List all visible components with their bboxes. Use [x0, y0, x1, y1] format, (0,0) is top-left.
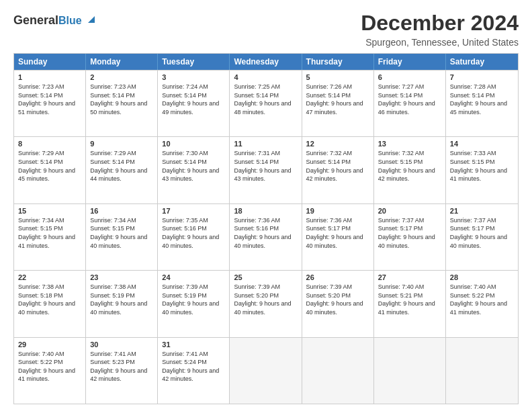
- day-number: 4: [234, 73, 297, 81]
- calendar: SundayMondayTuesdayWednesdayThursdayFrid…: [13, 53, 519, 404]
- main-title: December 2024: [361, 11, 519, 36]
- calendar-header-cell: Friday: [374, 54, 446, 70]
- header: GeneralBlue December 2024 Spurgeon, Tenn…: [13, 11, 519, 48]
- calendar-cell: 5Sunrise: 7:26 AMSunset: 5:14 PMDaylight…: [302, 71, 374, 136]
- calendar-cell: 8Sunrise: 7:29 AMSunset: 5:14 PMDaylight…: [14, 137, 86, 203]
- day-info: Sunrise: 7:41 AMSunset: 5:24 PMDaylight:…: [162, 350, 225, 383]
- day-info: Sunrise: 7:33 AMSunset: 5:15 PMDaylight:…: [450, 149, 514, 183]
- calendar-header-cell: Sunday: [14, 54, 86, 70]
- calendar-cell: [230, 338, 302, 404]
- calendar-cell: 21Sunrise: 7:37 AMSunset: 5:17 PMDayligh…: [446, 204, 518, 270]
- calendar-cell: [446, 338, 518, 404]
- day-number: 10: [162, 140, 225, 148]
- calendar-cell: 3Sunrise: 7:24 AMSunset: 5:14 PMDaylight…: [158, 71, 230, 136]
- day-info: Sunrise: 7:34 AMSunset: 5:15 PMDaylight:…: [18, 216, 81, 250]
- calendar-cell: 6Sunrise: 7:27 AMSunset: 5:14 PMDaylight…: [374, 71, 446, 136]
- calendar-cell: 17Sunrise: 7:35 AMSunset: 5:16 PMDayligh…: [158, 204, 230, 270]
- calendar-cell: 29Sunrise: 7:40 AMSunset: 5:22 PMDayligh…: [14, 338, 86, 404]
- calendar-cell: 14Sunrise: 7:33 AMSunset: 5:15 PMDayligh…: [446, 137, 518, 203]
- day-number: 9: [90, 140, 153, 148]
- day-number: 2: [90, 73, 153, 81]
- calendar-cell: 24Sunrise: 7:39 AMSunset: 5:19 PMDayligh…: [158, 271, 230, 336]
- day-info: Sunrise: 7:23 AMSunset: 5:14 PMDaylight:…: [90, 83, 153, 116]
- day-info: Sunrise: 7:39 AMSunset: 5:19 PMDaylight:…: [162, 283, 225, 316]
- day-number: 29: [18, 340, 81, 349]
- day-info: Sunrise: 7:38 AMSunset: 5:19 PMDaylight:…: [90, 283, 153, 316]
- calendar-cell: 31Sunrise: 7:41 AMSunset: 5:24 PMDayligh…: [158, 338, 230, 404]
- day-number: 8: [18, 140, 81, 148]
- day-number: 27: [378, 273, 441, 281]
- day-number: 19: [306, 207, 369, 215]
- day-info: Sunrise: 7:41 AMSunset: 5:23 PMDaylight:…: [90, 350, 153, 383]
- day-info: Sunrise: 7:26 AMSunset: 5:14 PMDaylight:…: [306, 83, 369, 116]
- calendar-cell: [302, 338, 374, 404]
- calendar-cell: 13Sunrise: 7:32 AMSunset: 5:15 PMDayligh…: [374, 137, 446, 203]
- day-info: Sunrise: 7:31 AMSunset: 5:14 PMDaylight:…: [234, 149, 297, 183]
- calendar-cell: 16Sunrise: 7:34 AMSunset: 5:15 PMDayligh…: [86, 204, 158, 270]
- day-number: 20: [378, 207, 441, 215]
- day-info: Sunrise: 7:37 AMSunset: 5:17 PMDaylight:…: [378, 216, 441, 250]
- logo-blue: Blue: [58, 15, 82, 26]
- calendar-cell: 23Sunrise: 7:38 AMSunset: 5:19 PMDayligh…: [86, 271, 158, 336]
- calendar-cell: 26Sunrise: 7:39 AMSunset: 5:20 PMDayligh…: [302, 271, 374, 336]
- day-info: Sunrise: 7:24 AMSunset: 5:14 PMDaylight:…: [162, 83, 225, 116]
- calendar-cell: 18Sunrise: 7:36 AMSunset: 5:16 PMDayligh…: [230, 204, 302, 270]
- calendar-cell: 4Sunrise: 7:25 AMSunset: 5:14 PMDaylight…: [230, 71, 302, 136]
- day-info: Sunrise: 7:39 AMSunset: 5:20 PMDaylight:…: [234, 283, 297, 316]
- logo-text: GeneralBlue: [13, 13, 96, 28]
- day-number: 26: [306, 273, 369, 281]
- day-number: 15: [18, 207, 81, 215]
- calendar-header-cell: Tuesday: [158, 54, 230, 70]
- calendar-header-cell: Wednesday: [230, 54, 302, 70]
- calendar-header-cell: Thursday: [302, 54, 374, 70]
- day-info: Sunrise: 7:32 AMSunset: 5:14 PMDaylight:…: [306, 149, 369, 183]
- calendar-row: 1Sunrise: 7:23 AMSunset: 5:14 PMDaylight…: [14, 70, 518, 136]
- day-info: Sunrise: 7:34 AMSunset: 5:15 PMDaylight:…: [90, 216, 153, 250]
- calendar-header-cell: Monday: [86, 54, 158, 70]
- logo-triangle-icon: [87, 13, 96, 28]
- day-number: 7: [450, 73, 514, 81]
- calendar-header: SundayMondayTuesdayWednesdayThursdayFrid…: [14, 54, 518, 70]
- calendar-cell: 22Sunrise: 7:38 AMSunset: 5:18 PMDayligh…: [14, 271, 86, 336]
- day-info: Sunrise: 7:23 AMSunset: 5:14 PMDaylight:…: [18, 83, 81, 116]
- day-number: 31: [162, 340, 225, 349]
- day-number: 11: [234, 140, 297, 148]
- day-info: Sunrise: 7:40 AMSunset: 5:22 PMDaylight:…: [450, 283, 514, 316]
- calendar-body: 1Sunrise: 7:23 AMSunset: 5:14 PMDaylight…: [14, 70, 518, 404]
- calendar-cell: 20Sunrise: 7:37 AMSunset: 5:17 PMDayligh…: [374, 204, 446, 270]
- subtitle: Spurgeon, Tennessee, United States: [361, 37, 519, 48]
- svg-marker-0: [88, 16, 95, 23]
- calendar-cell: 2Sunrise: 7:23 AMSunset: 5:14 PMDaylight…: [86, 71, 158, 136]
- day-number: 6: [378, 73, 441, 81]
- calendar-cell: 7Sunrise: 7:28 AMSunset: 5:14 PMDaylight…: [446, 71, 518, 136]
- day-number: 12: [306, 140, 369, 148]
- calendar-cell: 12Sunrise: 7:32 AMSunset: 5:14 PMDayligh…: [302, 137, 374, 203]
- calendar-cell: 25Sunrise: 7:39 AMSunset: 5:20 PMDayligh…: [230, 271, 302, 336]
- day-info: Sunrise: 7:39 AMSunset: 5:20 PMDaylight:…: [306, 283, 369, 316]
- calendar-cell: 27Sunrise: 7:40 AMSunset: 5:21 PMDayligh…: [374, 271, 446, 336]
- day-info: Sunrise: 7:40 AMSunset: 5:21 PMDaylight:…: [378, 283, 441, 316]
- calendar-row: 22Sunrise: 7:38 AMSunset: 5:18 PMDayligh…: [14, 270, 518, 336]
- calendar-cell: 10Sunrise: 7:30 AMSunset: 5:14 PMDayligh…: [158, 137, 230, 203]
- title-block: December 2024 Spurgeon, Tennessee, Unite…: [361, 11, 519, 48]
- day-info: Sunrise: 7:25 AMSunset: 5:14 PMDaylight:…: [234, 83, 297, 116]
- calendar-cell: 15Sunrise: 7:34 AMSunset: 5:15 PMDayligh…: [14, 204, 86, 270]
- calendar-row: 29Sunrise: 7:40 AMSunset: 5:22 PMDayligh…: [14, 337, 518, 404]
- calendar-header-cell: Saturday: [446, 54, 518, 70]
- day-info: Sunrise: 7:29 AMSunset: 5:14 PMDaylight:…: [90, 149, 153, 183]
- calendar-cell: 11Sunrise: 7:31 AMSunset: 5:14 PMDayligh…: [230, 137, 302, 203]
- calendar-cell: 1Sunrise: 7:23 AMSunset: 5:14 PMDaylight…: [14, 71, 86, 136]
- day-info: Sunrise: 7:32 AMSunset: 5:15 PMDaylight:…: [378, 149, 441, 183]
- day-number: 23: [90, 273, 153, 281]
- day-number: 5: [306, 73, 369, 81]
- calendar-cell: 30Sunrise: 7:41 AMSunset: 5:23 PMDayligh…: [86, 338, 158, 404]
- day-number: 16: [90, 207, 153, 215]
- calendar-cell: 9Sunrise: 7:29 AMSunset: 5:14 PMDaylight…: [86, 137, 158, 203]
- page: GeneralBlue December 2024 Spurgeon, Tenn…: [0, 0, 532, 411]
- day-info: Sunrise: 7:38 AMSunset: 5:18 PMDaylight:…: [18, 283, 81, 316]
- calendar-row: 8Sunrise: 7:29 AMSunset: 5:14 PMDaylight…: [14, 136, 518, 203]
- day-number: 13: [378, 140, 441, 148]
- calendar-cell: 19Sunrise: 7:36 AMSunset: 5:17 PMDayligh…: [302, 204, 374, 270]
- day-info: Sunrise: 7:27 AMSunset: 5:14 PMDaylight:…: [378, 83, 441, 116]
- logo: GeneralBlue: [13, 11, 96, 28]
